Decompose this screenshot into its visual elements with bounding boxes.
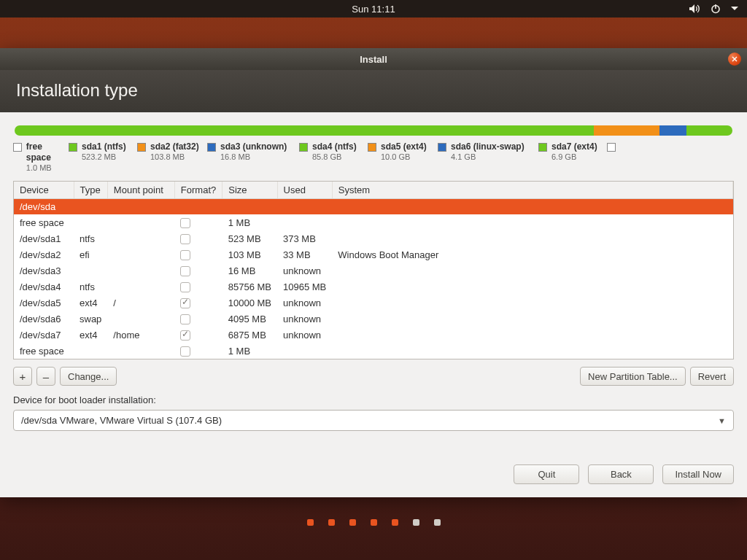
- window-title: Install: [360, 54, 387, 65]
- step-dot: [392, 519, 398, 526]
- legend-item: sda2 (fat32)103.8 MB: [137, 141, 207, 174]
- step-dot: [349, 519, 356, 526]
- format-checkbox[interactable]: [180, 234, 190, 244]
- column-header[interactable]: Size: [222, 182, 277, 199]
- new-partition-table-button[interactable]: New Partition Table...: [580, 367, 686, 386]
- add-partition-button[interactable]: +: [13, 367, 32, 386]
- column-header[interactable]: System: [332, 182, 732, 199]
- partition-row[interactable]: /dev/sda4ntfs85756 MB10965 MB: [14, 279, 733, 295]
- remove-partition-button[interactable]: –: [36, 367, 55, 386]
- progress-dots: [0, 516, 747, 528]
- legend-item: sda4 (ntfs)85.8 GB: [299, 141, 368, 174]
- format-checkbox[interactable]: [180, 218, 190, 228]
- partition-bar: [13, 124, 734, 137]
- chevron-down-icon: ▼: [718, 416, 726, 425]
- step-dot: [413, 519, 419, 526]
- column-header[interactable]: Format?: [174, 182, 222, 199]
- legend-item: free space1.0 MB: [13, 141, 69, 174]
- column-header[interactable]: Mount point: [107, 182, 174, 199]
- step-dot: [307, 519, 314, 526]
- legend-item: sda5 (ext4)10.0 GB: [368, 141, 438, 174]
- legend-item: sda7 (ext4)6.9 GB: [538, 141, 607, 174]
- change-partition-button[interactable]: Change...: [60, 367, 117, 386]
- format-checkbox[interactable]: [180, 250, 190, 260]
- format-checkbox[interactable]: [180, 330, 190, 341]
- column-header[interactable]: Used: [277, 182, 332, 199]
- power-icon[interactable]: [711, 4, 721, 14]
- install-window: Install Installation type free space1.0 …: [0, 48, 747, 497]
- format-checkbox[interactable]: [180, 298, 190, 308]
- close-button[interactable]: [728, 52, 741, 66]
- bootloader-value: /dev/sda VMware, VMware Virtual S (107.4…: [21, 415, 222, 426]
- partition-row[interactable]: /dev/sda6swap4095 MBunknown: [14, 311, 733, 327]
- partition-row[interactable]: /dev/sda316 MBunknown: [14, 262, 733, 279]
- step-dot: [328, 519, 335, 526]
- page-heading: Installation type: [0, 70, 747, 112]
- back-button[interactable]: Back: [588, 464, 654, 484]
- volume-icon[interactable]: [689, 4, 700, 14]
- partition-table[interactable]: DeviceTypeMount pointFormat?SizeUsedSyst…: [13, 181, 734, 360]
- partition-row[interactable]: /dev/sda2efi103 MB33 MBWindows Boot Mana…: [14, 246, 733, 262]
- revert-button[interactable]: Revert: [690, 367, 734, 386]
- format-checkbox[interactable]: [180, 346, 190, 357]
- partition-row[interactable]: /dev/sda1ntfs523 MB373 MB: [14, 230, 733, 246]
- top-bar: Sun 11:11: [0, 0, 747, 18]
- chevron-down-icon[interactable]: [731, 6, 738, 12]
- legend-item: sda3 (unknown)16.8 MB: [207, 141, 299, 174]
- partition-row[interactable]: /dev/sda5ext4/10000 MBunknown: [14, 295, 733, 311]
- titlebar: Install: [0, 48, 747, 70]
- install-now-button[interactable]: Install Now: [662, 464, 734, 484]
- quit-button[interactable]: Quit: [514, 464, 579, 484]
- bootloader-label: Device for boot loader installation:: [13, 394, 734, 405]
- partition-legend: free space1.0 MBsda1 (ntfs)523.2 MBsda2 …: [13, 141, 734, 174]
- footer: Quit Back Install Now: [0, 454, 747, 497]
- step-dot: [434, 519, 441, 526]
- format-checkbox[interactable]: [180, 282, 190, 292]
- partition-row[interactable]: free space1 MB: [14, 214, 733, 230]
- partition-row[interactable]: /dev/sda: [14, 198, 733, 214]
- clock: Sun 11:11: [352, 4, 395, 15]
- column-header[interactable]: Device: [14, 182, 74, 199]
- legend-item: sda6 (linux-swap)4.1 GB: [438, 141, 538, 174]
- column-header[interactable]: Type: [74, 182, 107, 199]
- bootloader-select[interactable]: /dev/sda VMware, VMware Virtual S (107.4…: [13, 410, 734, 431]
- partition-row[interactable]: /dev/sda7ext4/home6875 MBunknown: [14, 327, 733, 343]
- svg-rect-1: [715, 4, 716, 9]
- step-dot: [371, 519, 377, 526]
- legend-item: sda1 (ntfs)523.2 MB: [69, 141, 137, 174]
- format-checkbox[interactable]: [180, 266, 190, 276]
- partition-row[interactable]: free space1 MB: [14, 343, 733, 359]
- format-checkbox[interactable]: [180, 314, 190, 324]
